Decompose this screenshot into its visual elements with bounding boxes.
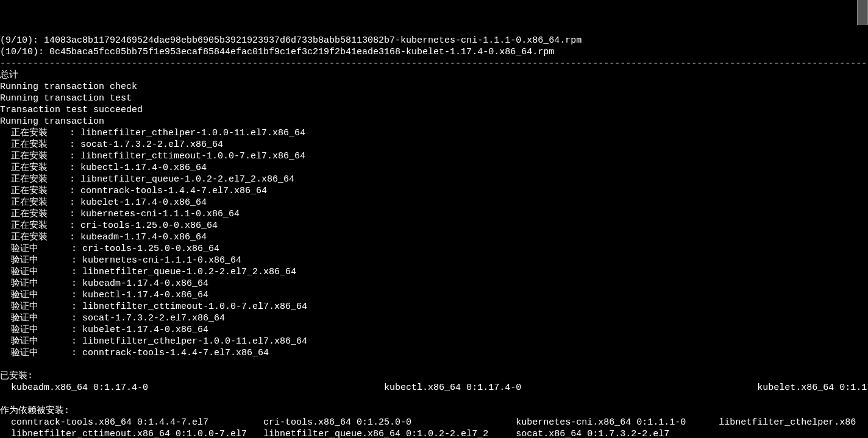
terminal-output[interactable]: (9/10): 14083ac8b11792469524dae98ebb6905… [0,35,868,438]
scrollbar[interactable] [857,0,868,25]
